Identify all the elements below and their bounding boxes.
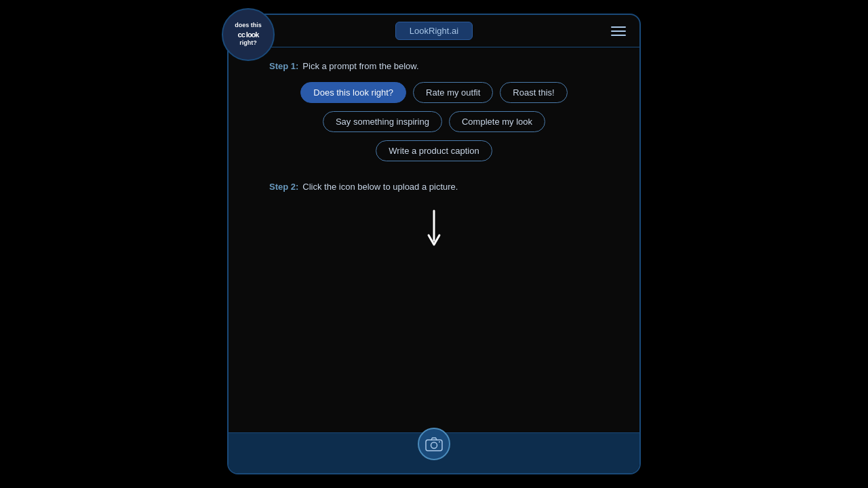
logo-text: Does this cc look right? — [235, 22, 262, 47]
upload-camera-button[interactable] — [418, 428, 450, 460]
prompt-row-1: Does this look right? Rate my outfit Roa… — [300, 82, 567, 103]
svg-point-2 — [431, 442, 437, 448]
camera-icon — [425, 435, 443, 453]
step1-label: Step 1: — [269, 61, 298, 71]
step1-row: Step 1: Pick a prompt from the below. — [269, 61, 419, 71]
step2-text: Click the icon below to upload a picture… — [302, 182, 458, 192]
prompt-btn-rate-my-outfit[interactable]: Rate my outfit — [413, 82, 493, 103]
logo[interactable]: Does this cc look right? — [222, 8, 275, 61]
brand-tab: LookRight.ai — [395, 22, 473, 40]
prompt-btn-roast-this[interactable]: Roast this! — [500, 82, 567, 103]
prompt-btn-complete-my-look[interactable]: Complete my look — [449, 111, 545, 132]
prompt-btn-say-something-inspiring[interactable]: Say something inspiring — [323, 111, 442, 132]
step2-row: Step 2: Click the icon below to upload a… — [269, 182, 458, 192]
bottom-bar — [229, 432, 639, 473]
arrow-container — [426, 209, 442, 250]
down-arrow-icon — [426, 209, 442, 250]
prompt-btn-does-this-look-right[interactable]: Does this look right? — [300, 82, 406, 103]
prompt-buttons: Does this look right? Rate my outfit Roa… — [300, 82, 567, 161]
svg-point-3 — [439, 441, 440, 443]
prompt-row-3: Write a product caption — [376, 140, 492, 161]
step1-text: Pick a prompt from the below. — [302, 61, 418, 71]
app-container: Does this cc look right? LookRight.ai St… — [227, 14, 641, 474]
main-content: Step 1: Pick a prompt from the below. Do… — [229, 47, 639, 432]
step2-label: Step 2: — [269, 182, 298, 192]
prompt-row-2: Say something inspiring Complete my look — [323, 111, 545, 132]
header: LookRight.ai — [229, 15, 639, 47]
hamburger-menu-icon[interactable] — [608, 24, 629, 39]
prompt-btn-write-product-caption[interactable]: Write a product caption — [376, 140, 492, 161]
